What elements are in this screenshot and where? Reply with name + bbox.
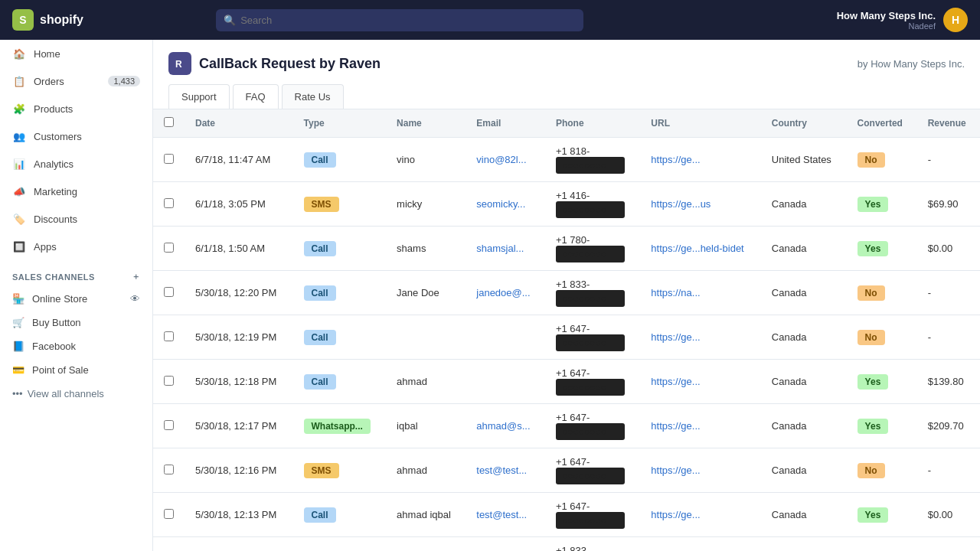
type-cell: Whatsapp... (293, 404, 387, 448)
channel-item-buy-button[interactable]: 🛒 Buy Button (0, 311, 152, 334)
channel-item-facebook[interactable]: 📘 Facebook (0, 334, 152, 358)
sidebar-item-orders[interactable]: 📋 Orders 1,433 (0, 67, 152, 95)
row-checkbox[interactable] (164, 243, 174, 253)
email-link[interactable]: vino@82l... (476, 154, 526, 165)
email-link[interactable]: ahmad@s... (476, 420, 530, 432)
sidebar-item-label: Marketing (34, 186, 77, 197)
email-link[interactable]: shamsjal... (476, 243, 524, 254)
url-link[interactable]: https://ge... (651, 154, 700, 165)
url-cell: https://ge... (640, 138, 761, 182)
name-cell: ahmad (386, 360, 466, 404)
type-badge: Call (304, 285, 336, 301)
requests-table: DateTypeNameEmailPhoneURLCountryConverte… (153, 109, 980, 551)
converted-cell: No (847, 537, 917, 552)
user-sub: Nadeef (837, 21, 936, 31)
url-link[interactable]: https://ge...held-bidet (651, 243, 743, 254)
sidebar-item-label: Home (34, 48, 60, 60)
row-checkbox[interactable] (164, 287, 174, 297)
phone-cell: +1 833-●●●●●●●● (545, 271, 640, 315)
sidebar-item-discounts[interactable]: 🏷️ Discounts (0, 205, 152, 233)
email-link[interactable]: test@test... (476, 509, 527, 520)
search-input[interactable] (216, 9, 583, 31)
channel-label: Buy Button (32, 317, 81, 328)
row-checkbox[interactable] (164, 509, 174, 519)
email-cell (466, 360, 545, 404)
shopify-logo[interactable]: S shopify (12, 9, 83, 31)
phone-cell: +1 818-●●●●●●●● (545, 138, 640, 182)
row-checkbox[interactable] (164, 420, 174, 430)
converted-cell: Yes (847, 360, 917, 404)
tab-bar: SupportFAQRate Us (168, 84, 965, 109)
url-cell: https://ge... (640, 448, 761, 493)
user-info: How Many Steps Inc. Nadeef H (837, 8, 968, 32)
view-all-channels[interactable]: ••• View all channels (0, 382, 152, 406)
phone-cell: +1 647-●●●●●●●● (545, 315, 640, 360)
main-content: R CallBack Request by Raven by How Many … (153, 40, 980, 551)
url-link[interactable]: https://ge... (651, 465, 700, 476)
converted-cell: Yes (847, 404, 917, 448)
add-channel-icon[interactable]: ＋ (132, 271, 141, 282)
email-cell: test@test... (466, 448, 545, 493)
name-cell: Jane Doe (386, 271, 466, 315)
name-cell: vino (386, 138, 466, 182)
table-row: 6/1/18, 1:50 AM Call shams shamsjal... +… (153, 227, 980, 271)
sidebar-item-analytics[interactable]: 📊 Analytics (0, 150, 152, 178)
row-checkbox-cell (153, 493, 185, 537)
email-cell: test@test... (466, 493, 545, 537)
email-cell: seomicky... (466, 182, 545, 227)
email-link[interactable]: seomicky... (476, 198, 525, 210)
row-checkbox[interactable] (164, 331, 174, 341)
sidebar-item-home[interactable]: 🏠 Home (0, 40, 152, 67)
discounts-icon: 🏷️ (12, 212, 26, 226)
avatar[interactable]: H (943, 8, 968, 32)
sales-channels-section: SALES CHANNELS ＋ (0, 260, 152, 287)
url-link[interactable]: https://ge... (651, 376, 700, 387)
phone-cell: +1 833-●●●●●●●● (545, 537, 640, 552)
type-cell: SMS (293, 182, 387, 227)
row-checkbox[interactable] (164, 198, 174, 208)
visibility-icon[interactable]: 👁 (130, 293, 140, 305)
email-link[interactable]: test@test... (476, 465, 527, 476)
tab-faq[interactable]: FAQ (233, 84, 279, 109)
sidebar-item-products[interactable]: 🧩 Products (0, 95, 152, 122)
converted-badge: Yes (858, 507, 889, 523)
url-link[interactable]: https://ge...us (651, 198, 710, 210)
sidebar-item-marketing[interactable]: 📣 Marketing (0, 178, 152, 205)
date-cell: 5/30/18, 12:18 PM (185, 360, 293, 404)
url-cell: https://ge... (640, 315, 761, 360)
email-cell (466, 315, 545, 360)
buy-button-icon: 🛒 (12, 317, 24, 328)
country-cell: Canada (761, 182, 847, 227)
sidebar-item-customers[interactable]: 👥 Customers (0, 122, 152, 150)
channel-item-online-store[interactable]: 🏪 Online Store 👁 (0, 287, 152, 311)
type-badge: Whatsapp... (304, 419, 371, 434)
table-wrapper: DateTypeNameEmailPhoneURLCountryConverte… (153, 109, 980, 551)
country-cell: Canada (761, 493, 847, 537)
channel-item-point-of-sale[interactable]: 💳 Point of Sale (0, 358, 152, 382)
sidebar-item-apps[interactable]: 🔲 Apps (0, 233, 152, 260)
converted-badge: Yes (858, 197, 889, 212)
url-link[interactable]: https://na... (651, 287, 700, 298)
type-badge: Call (304, 241, 336, 256)
country-cell: Canada (761, 448, 847, 493)
url-cell: https://ge...us (640, 182, 761, 227)
phone-cell: +1 647-●●●●●●●● (545, 404, 640, 448)
url-cell: https://ge... (640, 493, 761, 537)
tab-rate[interactable]: Rate Us (282, 84, 344, 109)
user-name: How Many Steps Inc. (837, 10, 936, 21)
tab-support[interactable]: Support (168, 84, 230, 109)
converted-badge: No (858, 285, 885, 301)
country-cell: Canada (761, 537, 847, 552)
row-checkbox[interactable] (164, 376, 174, 386)
row-checkbox[interactable] (164, 154, 174, 164)
country-cell: United States (761, 138, 847, 182)
select-all-checkbox[interactable] (164, 117, 174, 127)
url-link[interactable]: https://ge... (651, 420, 700, 432)
converted-cell: Yes (847, 227, 917, 271)
url-link[interactable]: https://ge... (651, 509, 700, 520)
email-link[interactable]: janedoe@... (476, 287, 530, 298)
table-row: 5/30/18, 12:18 PM Call ahmad +1 647-●●●●… (153, 360, 980, 404)
row-checkbox[interactable] (164, 465, 174, 474)
converted-badge: No (858, 330, 885, 345)
url-link[interactable]: https://ge... (651, 331, 700, 343)
